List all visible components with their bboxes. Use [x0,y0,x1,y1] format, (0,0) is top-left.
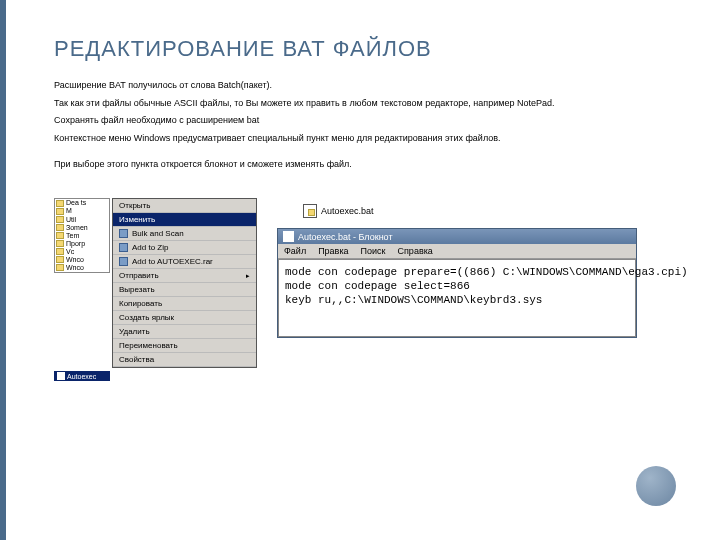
folder-icon [56,216,64,223]
screenshots-row: Dea ts M Util Зomen Tem Прогр Vc Wnco Wn… [54,198,672,381]
menu-open[interactable]: Открыть [113,199,256,213]
list-item: M [55,207,109,215]
folder-icon [56,208,64,215]
paragraph: Сохранять файл необходимо с расширением … [54,115,672,127]
notepad-title-text: Autoexec.bat - Блокнот [298,232,393,242]
folder-icon [56,248,64,255]
zip-icon [119,243,128,252]
list-item: Util [55,216,109,224]
list-item: Vc [55,248,109,256]
notepad-titlebar: Autoexec.bat - Блокнот [278,229,636,244]
folder-icon [56,256,64,263]
menu-addzip[interactable]: Add to Zip [113,241,256,255]
folder-list: Dea ts M Util Зomen Tem Прогр Vc Wnco Wn… [54,198,110,272]
notepad-window: Autoexec.bat - Блокнот Файл Правка Поиск… [277,228,637,337]
menu-props[interactable]: Свойства [113,353,256,367]
file-icon [57,372,65,380]
list-item: Wnco [55,256,109,264]
paragraph: Контекстное меню Windows предусматривает… [54,133,672,145]
menu-rename[interactable]: Переименовать [113,339,256,353]
decorative-sphere [636,466,676,506]
slide: РЕДАКТИРОВАНИЕ ВАТ ФАЙЛОВ Расширение BAT… [0,0,720,540]
menu-edit[interactable]: Правка [318,246,348,256]
paragraph: Расширение BAT получилось от слова Batch… [54,80,672,92]
notepad-screenshot: Autoexec.bat Autoexec.bat - Блокнот Файл… [277,198,672,337]
bat-file-icon [303,204,317,218]
context-menu-screenshot: Dea ts M Util Зomen Tem Прогр Vc Wnco Wn… [54,198,259,381]
menu-copy[interactable]: Копировать [113,297,256,311]
app-icon [119,229,128,238]
menu-delete[interactable]: Удалить [113,325,256,339]
folder-icon [56,224,64,231]
menu-search[interactable]: Поиск [361,246,386,256]
menu-file[interactable]: Файл [284,246,306,256]
menu-shortcut[interactable]: Создать ярлык [113,311,256,325]
notepad-textarea[interactable]: mode con codepage prepare=((866) C:\WIND… [278,259,636,336]
menu-help[interactable]: Справка [398,246,433,256]
archive-icon [119,257,128,266]
list-item: Tem [55,232,109,240]
menu-addarc[interactable]: Add to AUTOEXEC.rar [113,255,256,269]
context-menu[interactable]: Открыть Изменить Bulk and Scan Add to Zi… [112,198,257,368]
folder-icon [56,264,64,271]
selected-file-label: Autoexec [67,373,96,380]
paragraph: При выборе этого пункта откроется блокно… [54,159,672,171]
menu-sendto[interactable]: Отправить [113,269,256,283]
menu-edit[interactable]: Изменить [113,213,256,227]
selected-file[interactable]: Autoexec [54,371,110,381]
notepad-menubar: Файл Правка Поиск Справка [278,244,636,259]
notepad-icon [283,231,294,242]
menu-cut[interactable]: Вырезать [113,283,256,297]
desktop-shortcut[interactable]: Autoexec.bat [303,204,672,218]
list-item: Зomen [55,224,109,232]
desktop-shortcut-label: Autoexec.bat [321,206,374,216]
menu-bulk[interactable]: Bulk and Scan [113,227,256,241]
list-item: Прогр [55,240,109,248]
list-item: Wnco [55,264,109,272]
folder-icon [56,240,64,247]
paragraph: Так как эти файлы обычные ASCII файлы, т… [54,98,672,110]
page-title: РЕДАКТИРОВАНИЕ ВАТ ФАЙЛОВ [54,36,672,62]
list-item: Dea ts [55,199,109,207]
folder-icon [56,200,64,207]
folder-icon [56,232,64,239]
